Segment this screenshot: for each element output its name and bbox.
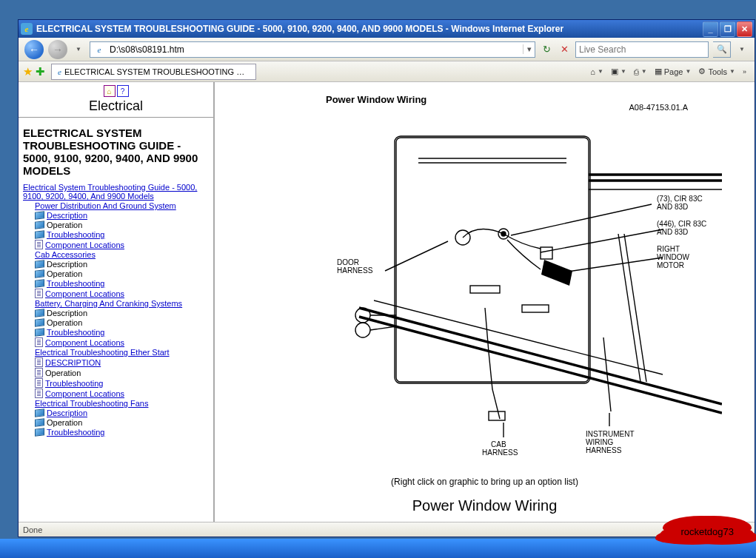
tree-item[interactable]: Electrical Troubleshooting Ether Start — [35, 348, 209, 357]
forward-button[interactable]: → — [48, 40, 67, 59]
tree-link[interactable]: Description — [47, 409, 87, 417]
wiring-diagram[interactable]: DOOR HARNESS (73), CIR 83C AND 83D (446)… — [248, 115, 722, 456]
sidebar-header: ⌂ ? Electrical — [19, 82, 213, 118]
tree-item[interactable]: Component Locations — [35, 337, 209, 347]
tree-item[interactable]: Cab Accessories — [35, 250, 209, 259]
tree-item[interactable]: Electrical System Troubleshooting Guide … — [23, 183, 209, 201]
tree-link[interactable]: Component Locations — [45, 389, 124, 398]
book-icon — [35, 309, 44, 317]
tree-link[interactable]: Operation — [47, 318, 82, 327]
nav-dropdown-icon[interactable]: ▼ — [72, 43, 85, 56]
address-bar[interactable]: e ▾ — [90, 41, 535, 58]
tree-item[interactable]: Power Distribution And Ground System — [35, 201, 209, 210]
tree-link[interactable]: Troubleshooting — [47, 279, 104, 288]
tree-item[interactable]: Electrical Troubleshooting Fans — [35, 399, 209, 408]
tree-item[interactable]: Operation — [35, 418, 209, 427]
tree-link[interactable]: Cab Accessories — [35, 250, 96, 259]
label-door-harness: DOOR — [337, 258, 359, 266]
refresh-button[interactable]: ↻ — [540, 43, 553, 56]
tree-item[interactable]: Troubleshooting — [35, 279, 209, 288]
page-icon — [35, 240, 43, 249]
tree-item[interactable]: Component Locations — [35, 389, 209, 398]
tree-link[interactable]: Battery, Charging And Cranking Systems — [35, 299, 182, 308]
tree-item[interactable]: Troubleshooting — [35, 428, 209, 437]
feeds-menu-button[interactable]: ▣▼ — [607, 64, 630, 80]
tree-item[interactable]: Operation — [35, 318, 209, 327]
search-box[interactable] — [575, 41, 709, 58]
tree-link[interactable]: Electrical Troubleshooting Fans — [35, 399, 148, 408]
tree-item[interactable]: Battery, Charging And Cranking Systems — [35, 299, 209, 308]
svg-text:(446), CIR 83C: (446), CIR 83C — [657, 220, 706, 228]
home-menu-button[interactable]: ⌂▼ — [586, 64, 607, 80]
book-icon — [35, 230, 44, 238]
tree-item[interactable]: Operation — [35, 269, 209, 278]
add-favorite-icon[interactable]: ✚ — [36, 65, 45, 78]
maximize-button[interactable]: ❐ — [720, 21, 735, 37]
search-input[interactable] — [576, 44, 708, 56]
tools-menu-button[interactable]: ⚙Tools▼ — [695, 64, 739, 80]
svg-point-16 — [355, 323, 370, 337]
book-icon — [35, 279, 44, 287]
svg-text:CAB: CAB — [491, 440, 506, 448]
close-button[interactable]: ✕ — [737, 21, 752, 37]
tree-item[interactable]: Troubleshooting — [35, 230, 209, 239]
tree-link[interactable]: Electrical System Troubleshooting Guide … — [23, 183, 197, 201]
window-titlebar[interactable]: e ELECTRICAL SYSTEM TROUBLESHOOTING GUID… — [19, 20, 755, 38]
tree-link[interactable]: DESCRIPTION — [45, 358, 101, 367]
tree-link[interactable]: Operation — [47, 221, 82, 229]
back-button[interactable]: ← — [24, 40, 44, 59]
search-button[interactable]: 🔍 — [713, 41, 731, 58]
tree-link[interactable]: Troubleshooting — [47, 230, 104, 239]
page-icon — [35, 357, 43, 367]
svg-text:HARNESS: HARNESS — [482, 448, 518, 456]
tree-link[interactable]: Description — [47, 260, 87, 269]
tree-link[interactable]: Description — [47, 309, 87, 317]
minimize-button[interactable]: _ — [703, 21, 718, 37]
tree-item[interactable]: Component Locations — [35, 240, 209, 249]
tree-item[interactable]: Description — [35, 211, 209, 220]
sidebar-tree[interactable]: ELECTRICAL SYSTEM TROUBLESHOOTING GUIDE … — [19, 118, 213, 522]
favorites-star-icon[interactable]: ★ — [23, 65, 33, 78]
tree-item[interactable]: Operation — [35, 221, 209, 229]
tree-item[interactable]: DESCRIPTION — [35, 357, 209, 367]
tree-link[interactable]: Power Distribution And Ground System — [35, 201, 176, 210]
tree-item[interactable]: Description — [35, 409, 209, 417]
page-icon — [35, 289, 43, 298]
tree-link[interactable]: Troubleshooting — [47, 328, 104, 337]
browser-tab[interactable]: e ELECTRICAL SYSTEM TROUBLESHOOTING GUID… — [51, 64, 256, 80]
address-history-dropdown[interactable]: ▾ — [523, 44, 535, 54]
book-icon — [35, 211, 44, 219]
tree-item[interactable]: Troubleshooting — [35, 378, 209, 388]
search-provider-dropdown[interactable]: ▼ — [735, 43, 749, 56]
tree-item[interactable]: Description — [35, 260, 209, 269]
tree-item[interactable]: Operation — [35, 368, 209, 377]
svg-text:RIGHT: RIGHT — [657, 245, 680, 253]
gear-icon: ⚙ — [698, 67, 706, 76]
page-menu-button[interactable]: ▦Page▼ — [651, 64, 695, 80]
tree-item[interactable]: Description — [35, 309, 209, 317]
tree-link[interactable]: Component Locations — [45, 241, 124, 249]
stop-button[interactable]: ✕ — [558, 43, 571, 56]
sidebar-help-icon[interactable]: ? — [117, 85, 129, 97]
tree-link[interactable]: Component Locations — [45, 338, 124, 347]
tree-link[interactable]: Operation — [47, 418, 82, 427]
tree-item[interactable]: Troubleshooting — [35, 328, 209, 337]
document-viewer[interactable]: Power Window Wiring A08-47153.01.A — [215, 82, 755, 522]
sidebar-home-icon[interactable]: ⌂ — [104, 85, 116, 97]
tree-link[interactable]: Electrical Troubleshooting Ether Start — [35, 348, 170, 357]
print-menu-button[interactable]: ⎙▼ — [630, 64, 651, 80]
overflow-button[interactable]: » — [739, 64, 750, 80]
tree-link[interactable]: Troubleshooting — [45, 379, 103, 388]
ie-logo-icon: e — [21, 23, 33, 35]
tree-link[interactable]: Operation — [47, 269, 82, 278]
svg-text:AND 83D: AND 83D — [657, 203, 688, 211]
svg-line-7 — [359, 308, 722, 404]
tree-link[interactable]: Component Locations — [45, 289, 124, 298]
window-control-buttons: _ ❐ ✕ — [703, 21, 752, 37]
svg-text:(73), CIR 83C: (73), CIR 83C — [657, 195, 703, 203]
tree-link[interactable]: Description — [47, 211, 87, 220]
tree-link[interactable]: Operation — [45, 369, 81, 377]
tree-link[interactable]: Troubleshooting — [47, 428, 104, 437]
tree-item[interactable]: Component Locations — [35, 289, 209, 298]
address-input[interactable] — [108, 44, 523, 56]
